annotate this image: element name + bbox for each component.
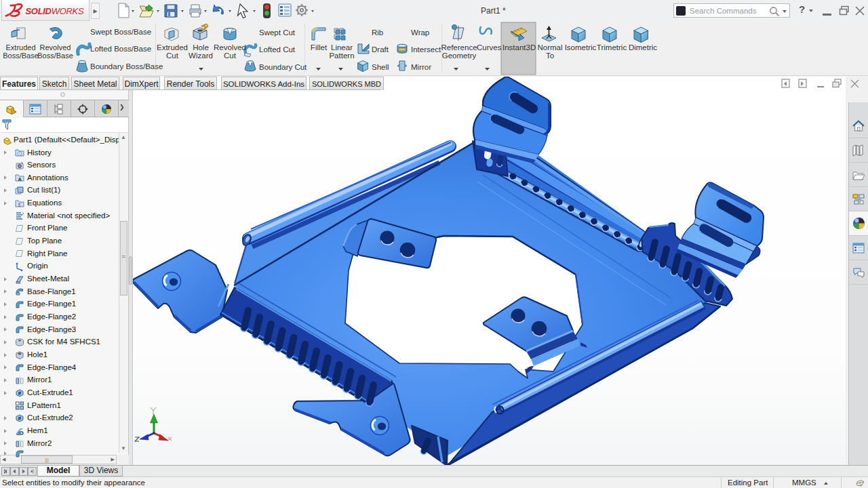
svg-text:Σ: Σ — [18, 201, 22, 207]
svg-text:SOLIDWORKS: SOLIDWORKS — [25, 5, 83, 16]
svg-text:A: A — [18, 176, 22, 182]
